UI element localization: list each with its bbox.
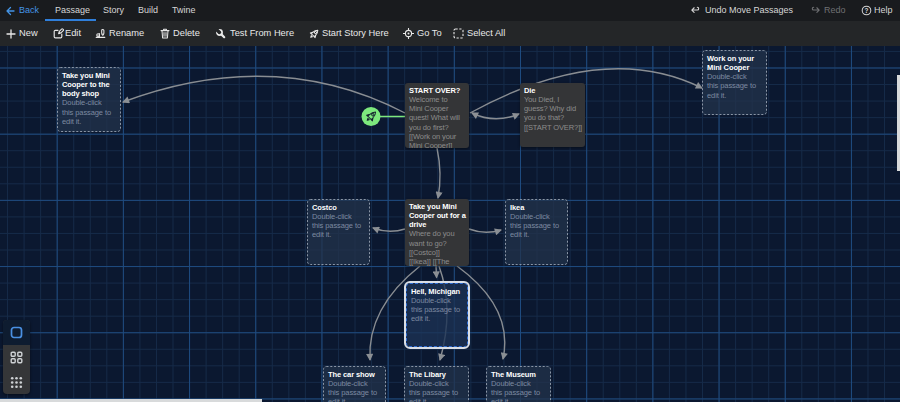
svg-text:?: ? (865, 7, 869, 14)
